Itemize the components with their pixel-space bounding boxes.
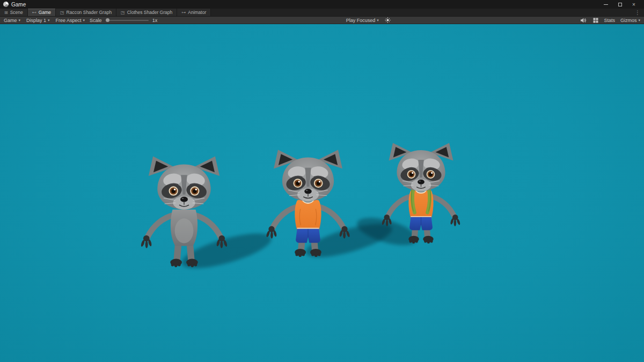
play-focused-label: Play Focused	[346, 18, 376, 23]
minimize-icon	[604, 4, 608, 5]
aspect-dropdown[interactable]: Free Aspect ▾	[55, 18, 86, 23]
raccoon-backpack	[377, 137, 465, 258]
game-icon: ⊷	[32, 10, 36, 15]
tab-label: Raccon Shader Graph	[67, 10, 112, 15]
scale-slider-knob[interactable]	[106, 18, 109, 22]
view-menu-dropdown[interactable]: Game ▾	[3, 18, 21, 23]
tab-label: Clothes Shader Graph	[127, 10, 173, 15]
tab-label: Game	[39, 10, 51, 15]
gizmos-dropdown[interactable]: Gizmos ▾	[619, 18, 641, 23]
tab-bar: ⊞Scene⊷Game◳Raccon Shader Graph◳Clothes …	[0, 9, 644, 17]
layout-grid-icon[interactable]	[592, 18, 599, 23]
stats-button[interactable]: Stats	[604, 18, 615, 23]
scale-label: Scale	[90, 18, 102, 23]
tab-game[interactable]: ⊷Game	[28, 9, 56, 16]
shader-graph-icon: ◳	[60, 10, 64, 15]
raccoon-shirt	[261, 144, 355, 272]
chevron-down-icon: ▾	[19, 18, 21, 22]
scale-slider[interactable]	[106, 17, 149, 24]
display-label: Display 1	[26, 18, 46, 23]
animator-icon: ⊶	[181, 10, 186, 15]
window-titlebar: Game ×	[0, 0, 644, 9]
mute-audio-icon[interactable]	[579, 18, 588, 23]
chevron-down-icon: ▾	[83, 18, 85, 22]
tab-label: Scene	[10, 10, 23, 15]
tab-strip: ⊞Scene⊷Game◳Raccon Shader Graph◳Clothes …	[0, 9, 211, 16]
display-dropdown[interactable]: Display 1 ▾	[25, 18, 51, 23]
chevron-down-icon: ▾	[377, 18, 379, 22]
raccoon-plain	[135, 150, 233, 283]
chevron-down-icon: ▾	[48, 18, 50, 22]
play-focused-dropdown[interactable]: Play Focused ▾	[345, 18, 380, 23]
window-controls: ×	[599, 0, 641, 9]
tab-overflow-menu-icon[interactable]: ⋮	[631, 9, 644, 16]
tab-animator[interactable]: ⊶Animator	[177, 9, 211, 16]
maximize-button[interactable]	[613, 0, 627, 9]
tab-scene[interactable]: ⊞Scene	[0, 9, 28, 16]
view-menu-label: Game	[4, 18, 17, 23]
game-viewport[interactable]	[0, 24, 644, 362]
tab-clothes-shader-graph[interactable]: ◳Clothes Shader Graph	[116, 9, 177, 16]
scale-value: 1x	[152, 18, 158, 23]
tab-raccon-shader-graph[interactable]: ◳Raccon Shader Graph	[56, 9, 116, 16]
chevron-down-icon: ▾	[639, 18, 641, 22]
sun-icon[interactable]	[384, 17, 392, 24]
scale-slider-track	[106, 20, 149, 21]
gizmos-label: Gizmos	[620, 18, 637, 23]
window-title: Game	[11, 2, 26, 8]
maximize-icon	[618, 3, 622, 6]
game-view-toolbar: Game ▾ Display 1 ▾ Free Aspect ▾ Scale 1…	[0, 17, 644, 24]
unity-logo-icon	[3, 2, 9, 7]
scene-icon: ⊞	[4, 10, 8, 15]
aspect-label: Free Aspect	[56, 18, 82, 23]
close-button[interactable]: ×	[627, 0, 641, 9]
toolbar-right-group: Stats Gizmos ▾	[579, 18, 641, 23]
shader-graph-icon: ◳	[121, 10, 125, 15]
tab-label: Animator	[188, 10, 206, 15]
minimize-button[interactable]	[599, 0, 613, 9]
